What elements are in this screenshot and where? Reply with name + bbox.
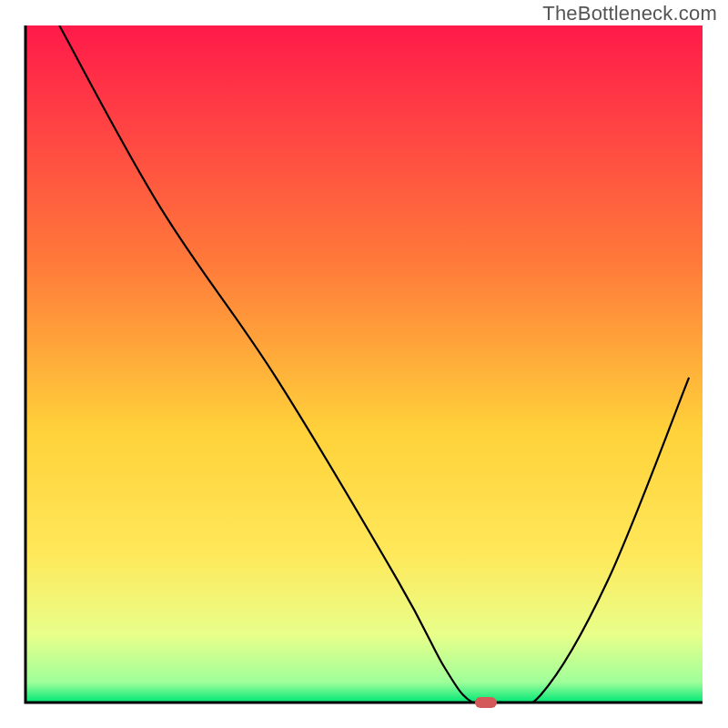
watermark-text: TheBottleneck.com [542, 2, 717, 25]
bottleneck-chart [0, 0, 728, 728]
gradient-background [25, 25, 703, 703]
optimal-point-marker [475, 697, 497, 708]
chart-container: TheBottleneck.com [0, 0, 728, 728]
